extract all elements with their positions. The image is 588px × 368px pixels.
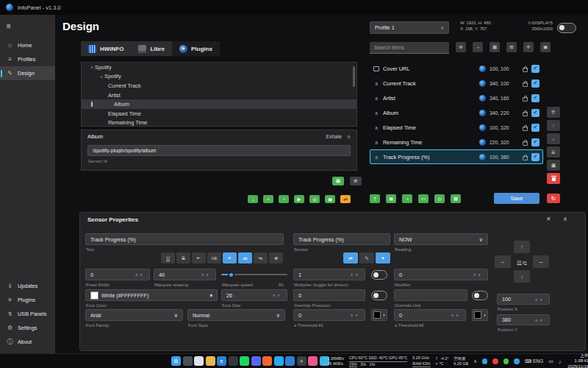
app-spotify[interactable]: [240, 356, 249, 366]
panel-item[interactable]: aTrack Progress (%)100, 380✓: [370, 149, 543, 164]
tray-status-icon[interactable]: [503, 358, 509, 364]
sidebar-item-settings[interactable]: ⚙Settings: [0, 321, 55, 335]
grid-view-button[interactable]: ▦: [490, 42, 500, 52]
visible-checkbox[interactable]: ✓: [531, 153, 539, 161]
panel-item[interactable]: aCurrent Track340, 100✓: [370, 76, 543, 91]
tree-item[interactable]: ∨Spotify: [82, 63, 356, 72]
override-precision-toggle[interactable]: [371, 291, 387, 300]
marquee-spacing-stepper[interactable]: 40∧∨: [154, 269, 216, 280]
sensor-input[interactable]: [293, 233, 390, 245]
menu-toggle-button[interactable]: ≡: [0, 19, 55, 32]
sensor-edit-button[interactable]: ✎: [359, 252, 374, 263]
letter-spacing-button[interactable]: ⇆: [254, 252, 268, 263]
app-vscode[interactable]: [285, 356, 295, 366]
slider-knob[interactable]: [228, 272, 234, 278]
override-unit-input[interactable]: [394, 289, 467, 301]
font-color-select[interactable]: White (#FFFFFFFF) ▾: [85, 289, 218, 301]
marquee-speed-slider[interactable]: [221, 269, 287, 280]
app-folder[interactable]: [206, 356, 215, 366]
tray-telegram-icon[interactable]: [482, 358, 488, 364]
align-right-button[interactable]: ⇤: [192, 252, 206, 263]
visible-checkbox[interactable]: ✓: [531, 94, 539, 102]
align-justify-button[interactable]: ≣: [269, 252, 283, 263]
input-language[interactable]: ⌨ ENG: [525, 358, 543, 364]
sidebar-item-usb-panels[interactable]: ↯USB Panels: [0, 307, 55, 321]
speaker-icon[interactable]: ♪: [559, 359, 562, 364]
nudge-step-link[interactable]: 20 px: [514, 255, 530, 268]
move-to-top-button[interactable]: ⇈: [547, 107, 560, 118]
tray-expand-button[interactable]: ∧: [473, 358, 477, 364]
add-donut-button[interactable]: ◎: [434, 194, 445, 203]
app-discord[interactable]: [251, 356, 261, 366]
tray-alert-icon[interactable]: [492, 358, 498, 364]
app-search[interactable]: [183, 356, 193, 366]
add-table-button[interactable]: ▦: [451, 194, 461, 203]
sensor-transform-button[interactable]: ⇄: [343, 252, 358, 263]
override-unit-toggle[interactable]: [472, 291, 488, 300]
sidebar-item-plugins[interactable]: ✳Plugins: [0, 293, 55, 307]
move-up-button[interactable]: ↑: [547, 120, 560, 131]
sidebar-item-design[interactable]: ✎Design: [0, 66, 55, 80]
sidebar-item-updates[interactable]: ⇓Updates: [0, 279, 55, 293]
app-terminal[interactable]: >: [297, 356, 306, 366]
tree-item[interactable]: Current Track: [82, 81, 356, 91]
font-size-stepper[interactable]: 26∧∨: [221, 289, 287, 301]
add-donut-button[interactable]: ◎: [309, 195, 320, 203]
display-toggle[interactable]: [557, 23, 576, 33]
visible-checkbox[interactable]: ✓: [531, 124, 539, 132]
move-down-button[interactable]: ↓: [547, 133, 560, 144]
sidebar-item-home[interactable]: ⌂Home: [0, 38, 55, 52]
panel-item[interactable]: aRemaining Time220, 320✓: [370, 135, 543, 149]
modifier-stepper[interactable]: 0∧∨: [394, 269, 488, 280]
add-bar-button[interactable]: ▭: [418, 194, 429, 203]
panel-item[interactable]: aArtist340, 160✓: [370, 91, 543, 105]
tree-item[interactable]: Artist: [82, 91, 356, 100]
override-precision-input[interactable]: 0: [293, 289, 365, 301]
lowercase-button[interactable]: ab: [238, 252, 252, 263]
add-sensor-text-button[interactable]: ↓: [248, 195, 258, 203]
delete-item-button[interactable]: [547, 173, 560, 184]
nudge-left-button[interactable]: ←: [495, 255, 511, 268]
app-media[interactable]: [308, 356, 318, 366]
app-edge[interactable]: e: [217, 356, 226, 366]
uppercase-button[interactable]: AB: [207, 252, 221, 263]
tray-nav-icon[interactable]: [514, 358, 520, 364]
search-input[interactable]: [370, 42, 449, 54]
app-light[interactable]: [194, 356, 204, 366]
visible-checkbox[interactable]: ✓: [531, 109, 539, 117]
text-input[interactable]: [85, 233, 284, 245]
visible-checkbox[interactable]: ✓: [531, 138, 539, 146]
nudge-up-button[interactable]: ↑: [514, 241, 530, 253]
add-panel-button[interactable]: ⊞: [506, 42, 517, 52]
strikethrough-button[interactable]: S: [176, 252, 190, 263]
add-image-button[interactable]: ▣: [386, 194, 396, 203]
font-style-select[interactable]: Normal∨: [187, 309, 285, 321]
sensor-id-input[interactable]: [87, 145, 351, 156]
move-to-bottom-button[interactable]: ⇊: [547, 146, 560, 158]
panel-item[interactable]: aElapsed Time100, 320✓: [370, 120, 543, 135]
properties-close-button[interactable]: ✕: [546, 216, 551, 222]
threshold2-stepper[interactable]: 0∧∨: [394, 309, 466, 321]
add-graph-button[interactable]: ≈: [263, 195, 273, 203]
tab-plugins[interactable]: ✦Plugins: [172, 41, 220, 56]
tree-item[interactable]: Elapsed Time: [82, 109, 356, 118]
add-special-button[interactable]: ⇄: [340, 195, 351, 203]
add-bar-button[interactable]: ▶: [294, 195, 304, 203]
reload-button[interactable]: ↻: [547, 194, 560, 203]
tree-item[interactable]: Remaining Time: [82, 118, 356, 127]
underline-button[interactable]: U: [161, 252, 175, 263]
font-family-select[interactable]: Arial∨: [85, 309, 183, 321]
window-mode-button[interactable]: ▣: [540, 42, 551, 52]
add-gauge-button[interactable]: ▣: [325, 195, 335, 203]
align-center-button[interactable]: ≡: [223, 252, 237, 263]
snap-grid-button[interactable]: ⊚: [456, 42, 466, 52]
tree-item[interactable]: ∨Spotify: [82, 72, 356, 82]
threshold1-color-button[interactable]: ▾: [371, 309, 387, 321]
add-clock-button[interactable]: ◔: [402, 194, 412, 203]
sidebar-item-profiles[interactable]: ≡Profiles: [0, 52, 55, 66]
visible-checkbox[interactable]: ✓: [531, 79, 539, 88]
duplicate-item-button[interactable]: ▣: [547, 160, 560, 171]
apply-item-button[interactable]: ▣: [332, 177, 344, 185]
app-firefox[interactable]: [262, 356, 272, 366]
nudge-down-button[interactable]: ↓: [514, 270, 530, 283]
